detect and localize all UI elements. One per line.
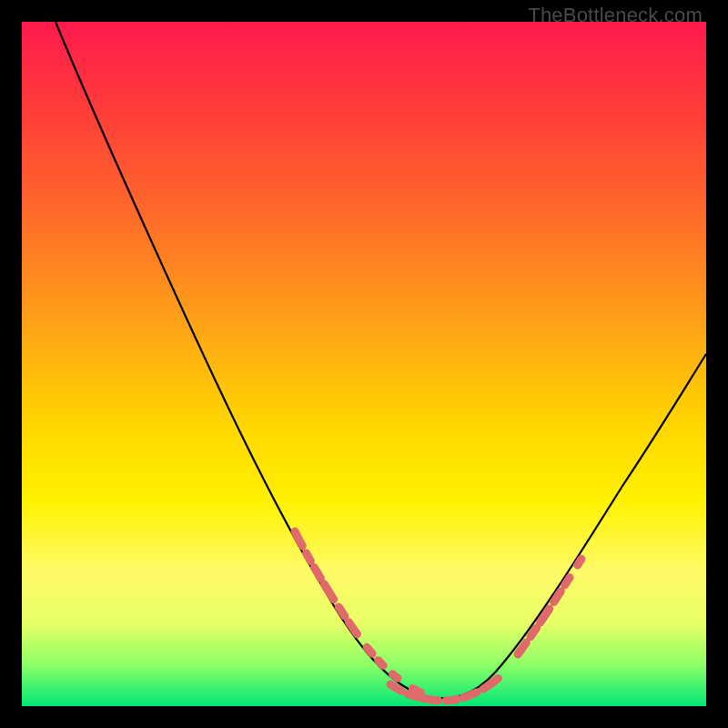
- highlight-segment-right: [518, 559, 581, 654]
- plot-area: [22, 22, 706, 706]
- bottleneck-curve: [56, 22, 706, 698]
- watermark-text: TheBottleneck.com: [528, 4, 703, 27]
- chart-svg: [22, 22, 706, 706]
- highlight-segment-left: [295, 531, 427, 695]
